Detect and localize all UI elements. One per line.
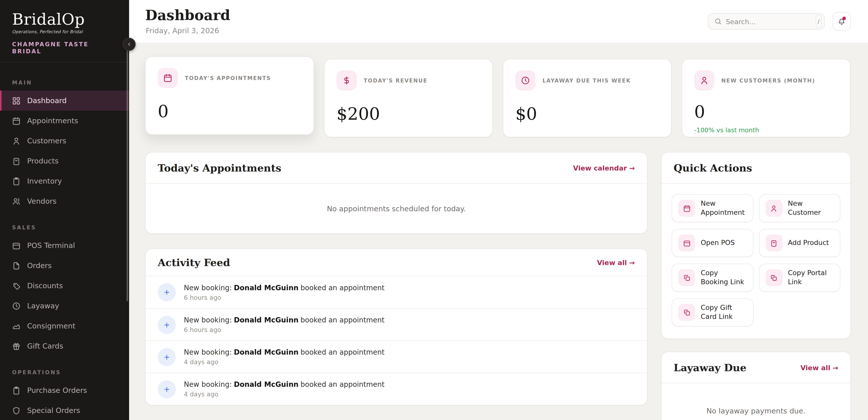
store-name: CHAMPAGNE TASTE BRIDAL	[12, 41, 117, 55]
sidebar-item-label: Products	[27, 157, 59, 165]
nav-section-sales: SALES	[12, 224, 117, 230]
users-icon	[12, 197, 21, 205]
grid-icon	[12, 96, 21, 105]
brand-block: BridalOp Operations, Perfected for Brida…	[0, 0, 129, 62]
nav-section-main: MAIN	[12, 80, 117, 85]
content-area: TODAY'S APPOINTMENTS 0 TODAY'S REVENUE $…	[129, 43, 868, 420]
calendar-icon	[158, 68, 178, 88]
sidebar-item-label: Customers	[27, 137, 66, 145]
stat-card-revenue[interactable]: TODAY'S REVENUE $200	[324, 59, 493, 137]
sidebar-nav: MAIN Dashboard Appointments Customers Pr…	[0, 62, 129, 420]
plus-icon: +	[158, 380, 176, 398]
activity-suffix: booked an appointment	[301, 283, 385, 291]
copy-icon	[678, 304, 695, 321]
sidebar-item-label: Purchase Orders	[27, 386, 87, 394]
gift-icon	[12, 342, 21, 350]
card-icon	[678, 234, 695, 252]
add-product-button[interactable]: Add Product	[759, 229, 840, 257]
sidebar-item-layaway[interactable]: Layaway	[0, 296, 129, 316]
shield-icon	[12, 406, 21, 415]
new-appointment-button[interactable]: New Appointment	[672, 194, 753, 222]
sidebar-item-label: Layaway	[27, 302, 59, 310]
user-icon	[765, 200, 782, 217]
activity-timestamp: 6 hours ago	[184, 326, 384, 334]
plus-icon: +	[158, 348, 176, 366]
calendar-icon	[12, 116, 21, 125]
user-icon	[694, 71, 714, 90]
sidebar-item-consignment[interactable]: Consignment	[0, 316, 129, 336]
nav-section-operations: OPERATIONS	[12, 369, 117, 375]
stat-value: $0	[516, 104, 659, 124]
copy-portal-link-button[interactable]: Copy Portal Link	[759, 263, 840, 292]
search-input[interactable]	[722, 17, 816, 25]
quick-actions-panel: Quick Actions New Appointment New Custom…	[661, 152, 851, 339]
brand-logo: BridalOp	[12, 10, 117, 28]
sidebar-item-special-orders[interactable]: Special Orders	[0, 400, 129, 420]
page-title: Dashboard	[145, 7, 230, 24]
panel-title: Activity Feed	[158, 256, 230, 268]
stat-delta: -100% vs last month	[694, 126, 838, 134]
sidebar-item-label: Consignment	[27, 322, 75, 330]
sidebar-item-discounts[interactable]: Discounts	[0, 276, 129, 296]
activity-feed-panel: Activity Feed View all → + New booking:D…	[145, 249, 648, 405]
open-pos-button[interactable]: Open POS	[672, 229, 753, 257]
clipboard-icon	[12, 386, 21, 395]
sidebar-item-gift-cards[interactable]: Gift Cards	[0, 336, 129, 356]
sidebar-item-label: Discounts	[27, 282, 63, 290]
file-icon	[12, 261, 21, 270]
copy-booking-link-button[interactable]: Copy Booking Link	[672, 263, 753, 292]
stat-card-new-customers[interactable]: NEW CUSTOMERS (MONTH) 0 -100% vs last mo…	[682, 59, 850, 137]
bag-icon	[12, 157, 21, 165]
sidebar-item-purchase-orders[interactable]: Purchase Orders	[0, 380, 129, 400]
view-all-layaway-link[interactable]: View all →	[800, 363, 838, 371]
stat-card-layaway-due[interactable]: LAYAWAY DUE THIS WEEK $0	[503, 59, 672, 137]
sidebar-item-label: Gift Cards	[27, 342, 63, 350]
view-all-activity-link[interactable]: View all →	[597, 258, 635, 266]
sidebar-item-vendors[interactable]: Vendors	[0, 191, 129, 211]
sidebar-collapse-button[interactable]	[123, 38, 135, 51]
sidebar-scrollbar[interactable]	[127, 47, 128, 301]
sidebar-item-pos-terminal[interactable]: POS Terminal	[0, 235, 129, 255]
activity-row[interactable]: + New booking:Donald McGuinnbooked an ap…	[146, 276, 647, 308]
stat-card-appointments[interactable]: TODAY'S APPOINTMENTS 0	[145, 56, 314, 135]
left-column: Today's Appointments View calendar → No …	[145, 152, 648, 405]
sidebar: BridalOp Operations, Perfected for Brida…	[0, 0, 129, 420]
sidebar-item-inventory[interactable]: Inventory	[0, 171, 129, 191]
activity-suffix: booked an appointment	[301, 380, 385, 388]
sidebar-item-label: Special Orders	[27, 407, 80, 415]
panel-title: Quick Actions	[674, 162, 752, 174]
panel-title: Layaway Due	[674, 361, 746, 373]
activity-customer-name: Donald McGuinn	[234, 380, 299, 388]
sidebar-item-products[interactable]: Products	[0, 151, 129, 171]
view-calendar-link[interactable]: View calendar →	[573, 164, 635, 172]
layaway-due-panel: Layaway Due View all → No layaway paymen…	[661, 352, 851, 420]
stat-label: NEW CUSTOMERS (MONTH)	[721, 78, 815, 84]
sidebar-item-appointments[interactable]: Appointments	[0, 111, 129, 131]
activity-customer-name: Donald McGuinn	[234, 283, 299, 291]
activity-row[interactable]: + New booking:Donald McGuinnbooked an ap…	[146, 308, 647, 340]
quick-actions-grid: New Appointment New Customer Open POS	[661, 184, 850, 338]
topbar: Dashboard Friday, April 3, 2026 /	[129, 0, 868, 43]
search-shortcut-badge: /	[816, 15, 821, 28]
brand-tagline: Operations, Perfected for Bridal	[12, 29, 117, 34]
clipboard-icon	[12, 177, 21, 185]
card-icon	[12, 241, 21, 250]
sidebar-item-label: Dashboard	[27, 96, 67, 105]
sidebar-item-label: Vendors	[27, 197, 57, 205]
activity-prefix: New booking:	[184, 316, 232, 324]
sidebar-item-customers[interactable]: Customers	[0, 131, 129, 151]
copy-icon	[765, 269, 782, 286]
new-customer-button[interactable]: New Customer	[759, 194, 840, 222]
activity-row[interactable]: + New booking:Donald McGuinnbooked an ap…	[146, 373, 647, 405]
copy-icon	[678, 269, 695, 286]
appointments-empty-state: No appointments scheduled for today.	[146, 184, 647, 233]
sidebar-item-orders[interactable]: Orders	[0, 255, 129, 276]
activity-suffix: booked an appointment	[301, 316, 385, 324]
notifications-button[interactable]	[832, 12, 851, 31]
stat-label: TODAY'S REVENUE	[364, 78, 428, 84]
page-date: Friday, April 3, 2026	[146, 27, 219, 35]
activity-row[interactable]: + New booking:Donald McGuinnbooked an ap…	[146, 340, 647, 373]
copy-gift-card-link-button[interactable]: Copy Gift Card Link	[672, 298, 753, 327]
search-box[interactable]: /	[708, 13, 825, 30]
sidebar-item-dashboard[interactable]: Dashboard	[0, 90, 129, 111]
